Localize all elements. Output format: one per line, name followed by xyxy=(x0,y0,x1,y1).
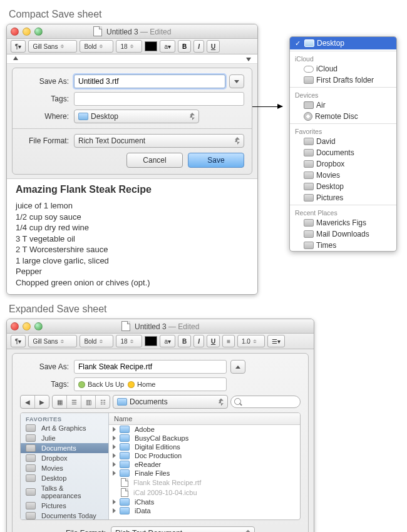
close-icon[interactable] xyxy=(11,322,19,330)
save-button[interactable]: Save xyxy=(188,153,244,168)
sidebar-item[interactable]: Art & Graphics xyxy=(21,423,108,433)
disclosure-icon[interactable] xyxy=(113,508,116,513)
search-input[interactable] xyxy=(230,396,301,408)
file-row[interactable]: Adobe xyxy=(109,425,300,434)
size-select[interactable]: 18 xyxy=(116,335,142,347)
file-row[interactable]: eReader xyxy=(109,460,300,469)
menu-item[interactable]: Mail Downloads xyxy=(290,228,396,240)
close-icon[interactable] xyxy=(11,28,19,36)
view-mode-buttons[interactable]: ▦☰▥☷ xyxy=(52,395,110,409)
sidebar-item[interactable]: Documents xyxy=(21,443,108,453)
file-format-value: Rich Text Document xyxy=(115,529,182,532)
menu-item[interactable]: Pictures xyxy=(290,192,396,203)
minimize-icon[interactable] xyxy=(23,28,31,36)
column-header-name[interactable]: Name xyxy=(109,413,300,425)
weight-select[interactable]: Bold xyxy=(80,40,113,53)
font-select[interactable]: Gill Sans xyxy=(28,335,77,347)
italic-button[interactable]: I xyxy=(193,40,204,53)
color-swatch[interactable] xyxy=(145,41,157,51)
underline-button[interactable]: U xyxy=(207,40,220,53)
disclosure-icon[interactable] xyxy=(113,436,116,441)
disclosure-icon[interactable] xyxy=(113,462,116,467)
zoom-icon[interactable] xyxy=(34,322,43,330)
traffic-lights[interactable] xyxy=(11,322,43,330)
menu-item[interactable]: iCloud xyxy=(290,63,396,74)
style-button[interactable]: ¶▾ xyxy=(11,40,26,53)
where-popup[interactable]: Desktop xyxy=(74,110,199,123)
menu-item[interactable]: Movies xyxy=(290,170,396,181)
document-icon xyxy=(121,321,130,331)
menu-item[interactable]: Documents xyxy=(290,147,396,158)
sidebar-item[interactable]: Desktop xyxy=(21,473,108,483)
file-format-popup[interactable]: Rich Text Document xyxy=(74,134,244,148)
spacing-select[interactable]: 1.0 xyxy=(237,335,265,347)
bold-button[interactable]: B xyxy=(178,335,191,347)
weight-select[interactable]: Bold xyxy=(80,335,113,347)
menu-item[interactable]: Desktop xyxy=(290,181,396,192)
tags-input[interactable] xyxy=(74,92,244,106)
disclosure-icon[interactable] xyxy=(113,453,116,458)
file-row[interactable]: Doc Production xyxy=(109,451,300,460)
tags-input[interactable]: Back Us UpHome xyxy=(74,377,227,391)
sidebar-item[interactable]: Dropbox xyxy=(21,453,108,463)
disclosure-icon[interactable] xyxy=(113,471,116,476)
file-format-value: Rich Text Document xyxy=(78,136,145,145)
nav-back-forward[interactable]: ◀▶ xyxy=(20,395,49,409)
menu-selected[interactable]: Desktop xyxy=(290,37,396,49)
color-swatch[interactable] xyxy=(145,336,157,346)
file-row[interactable]: iChats xyxy=(109,498,300,506)
menu-item[interactable]: Mavericks Figs xyxy=(290,217,396,228)
tag-pill[interactable]: Back Us Up xyxy=(78,381,124,388)
file-name: Finale Files xyxy=(135,469,170,477)
expand-button[interactable] xyxy=(229,74,244,88)
document-content[interactable]: Amazing Flank Steak Recipe juice of 1 le… xyxy=(7,178,257,294)
menu-item[interactable]: Remote Disc xyxy=(290,111,396,122)
disclosure-icon[interactable] xyxy=(113,499,116,504)
menu-item[interactable]: David xyxy=(290,136,396,147)
document-icon xyxy=(121,488,128,497)
file-row[interactable]: BusyCal Backups xyxy=(109,434,300,442)
file-row[interactable]: Finale Files xyxy=(109,469,300,478)
minimize-icon[interactable] xyxy=(23,322,31,330)
menu-item[interactable]: Times xyxy=(290,240,396,251)
menu-item[interactable]: Air xyxy=(290,100,396,111)
underline-button[interactable]: U xyxy=(207,335,220,347)
text-color-button[interactable]: a▾ xyxy=(160,335,175,347)
traffic-lights[interactable] xyxy=(11,28,43,36)
menu-item[interactable]: Dropbox xyxy=(290,158,396,170)
where-value: Desktop xyxy=(91,112,118,121)
file-row[interactable]: Digital Editions xyxy=(109,442,300,451)
ruler[interactable] xyxy=(7,54,257,64)
file-row[interactable]: iData xyxy=(109,506,300,515)
italic-button[interactable]: I xyxy=(193,335,204,347)
save-as-input[interactable] xyxy=(74,360,227,374)
tag-pill[interactable]: Home xyxy=(128,381,155,388)
zoom-icon[interactable] xyxy=(34,28,43,36)
location-popup[interactable]: Documents xyxy=(113,395,228,409)
folder-icon xyxy=(304,149,314,156)
menu-item-label: Movies xyxy=(316,171,340,180)
sidebar-item[interactable]: Documents Today xyxy=(21,511,108,519)
disclosure-icon[interactable] xyxy=(113,444,116,449)
align-buttons[interactable]: ≡ xyxy=(222,335,235,347)
menu-item-label: David xyxy=(316,137,336,146)
sidebar-item[interactable]: Movies xyxy=(21,463,108,473)
bold-button[interactable]: B xyxy=(178,40,191,53)
menu-item[interactable]: First Drafts folder xyxy=(290,74,396,86)
doc-heading: Amazing Flank Steak Recipe xyxy=(16,184,249,195)
sidebar-item[interactable]: Julie xyxy=(21,433,108,443)
sidebar-item[interactable]: Talks & appearances xyxy=(21,483,108,501)
disclosure-icon[interactable] xyxy=(113,427,116,432)
font-select[interactable]: Gill Sans xyxy=(28,40,77,53)
folder-icon xyxy=(26,488,36,496)
text-color-button[interactable]: a▾ xyxy=(160,40,175,53)
size-select[interactable]: 18 xyxy=(116,40,142,53)
folder-icon xyxy=(304,194,314,202)
collapse-button[interactable] xyxy=(230,360,245,374)
cancel-button[interactable]: Cancel xyxy=(126,153,183,168)
sidebar-item[interactable]: Pictures xyxy=(21,501,108,511)
list-button[interactable]: ☰▾ xyxy=(267,335,285,347)
file-format-popup[interactable]: Rich Text Document xyxy=(111,526,255,532)
style-button[interactable]: ¶▾ xyxy=(11,335,26,347)
save-as-input[interactable] xyxy=(74,74,225,88)
